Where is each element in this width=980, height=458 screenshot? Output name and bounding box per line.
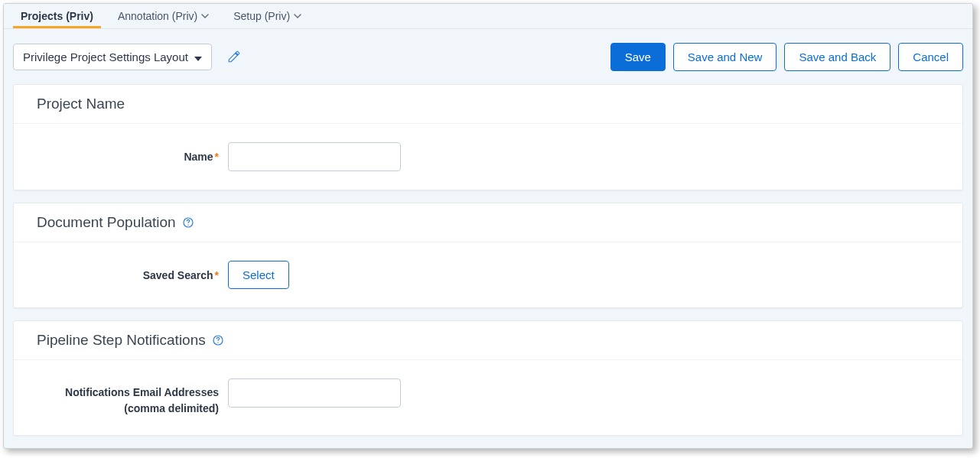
chevron-down-icon [201, 14, 209, 18]
help-icon[interactable] [212, 334, 224, 346]
svg-point-3 [217, 342, 218, 343]
save-and-new-button[interactable]: Save and New [673, 43, 777, 71]
panel-header: Document Population [14, 203, 962, 242]
cancel-button[interactable]: Cancel [898, 43, 963, 71]
toolbar: Privilege Project Settings Layout Save S… [4, 29, 972, 84]
caret-down-icon [194, 50, 202, 63]
panel-body: Saved Search* Select [14, 242, 962, 307]
panel-document-population: Document Population Saved Search* Select [13, 203, 963, 308]
notification-emails-label: Notifications Email Addresses (comma del… [37, 378, 228, 417]
panel-title: Pipeline Step Notifications [37, 332, 206, 349]
pencil-icon[interactable] [227, 50, 241, 63]
tab-label: Annotation (Priv) [118, 10, 197, 22]
tab-annotation[interactable]: Annotation (Priv) [110, 4, 217, 28]
panel-title: Project Name [37, 96, 125, 112]
panel-title: Document Population [37, 214, 176, 231]
content-area: Project Name Name* Document Population [4, 84, 972, 449]
notification-emails-input[interactable] [228, 378, 401, 408]
form-row-notification-emails: Notifications Email Addresses (comma del… [37, 378, 939, 417]
tab-label: Setup (Priv) [233, 10, 290, 22]
layout-dropdown[interactable]: Privilege Project Settings Layout [13, 44, 212, 70]
app-container: Projects (Priv) Annotation (Priv) Setup … [3, 3, 973, 449]
required-asterisk: * [215, 269, 219, 281]
panel-body: Notifications Email Addresses (comma del… [14, 360, 962, 435]
name-input[interactable] [228, 142, 401, 171]
tab-bar: Projects (Priv) Annotation (Priv) Setup … [4, 4, 972, 29]
panel-header: Project Name [14, 85, 962, 124]
tab-setup[interactable]: Setup (Priv) [226, 4, 309, 28]
required-asterisk: * [215, 151, 219, 163]
chevron-down-icon [294, 14, 301, 18]
panel-project-name: Project Name Name* [13, 84, 963, 190]
svg-point-1 [187, 224, 188, 225]
panel-header: Pipeline Step Notifications [14, 321, 962, 360]
form-row-name: Name* [37, 142, 939, 171]
tab-label: Projects (Priv) [21, 10, 93, 22]
panel-pipeline-notifications: Pipeline Step Notifications Notification… [13, 320, 963, 436]
help-icon[interactable] [182, 216, 194, 229]
tab-projects[interactable]: Projects (Priv) [13, 4, 101, 28]
form-row-saved-search: Saved Search* Select [37, 261, 939, 289]
saved-search-label: Saved Search* [37, 269, 228, 281]
save-button[interactable]: Save [610, 43, 666, 71]
name-label: Name* [37, 151, 228, 163]
layout-dropdown-label: Privilege Project Settings Layout [23, 50, 188, 63]
select-saved-search-button[interactable]: Select [228, 261, 289, 289]
panel-body: Name* [14, 124, 962, 190]
save-and-back-button[interactable]: Save and Back [784, 43, 890, 71]
